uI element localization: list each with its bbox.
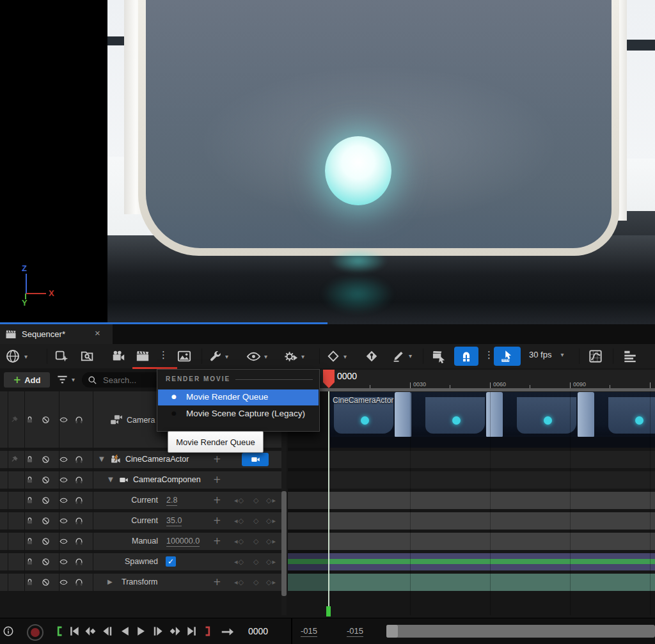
view-options-button[interactable]: [246, 349, 267, 364]
clapper-cursor-icon[interactable]: [432, 349, 446, 364]
next-key-icon[interactable]: [266, 537, 276, 546]
add-key-button[interactable]: [213, 516, 221, 525]
add-key-icon[interactable]: [253, 578, 259, 586]
timeline-area[interactable]: CineCameraActor: [288, 391, 655, 618]
sequencer-outliner-icon[interactable]: [623, 349, 637, 363]
auto-key-icon[interactable]: [365, 349, 379, 363]
info-icon[interactable]: [3, 625, 14, 637]
play-forward-button[interactable]: [135, 625, 148, 638]
timeline-scrollbar[interactable]: [386, 625, 655, 638]
mute-icon[interactable]: [42, 517, 50, 525]
add-track-button[interactable]: Add: [4, 372, 50, 388]
solo-headphones-icon[interactable]: [75, 578, 83, 586]
add-section-button[interactable]: [213, 455, 221, 464]
lock-icon[interactable]: [26, 517, 34, 525]
tab-sequencer[interactable]: Sequencer* ×: [0, 324, 113, 344]
mute-icon[interactable]: [42, 455, 50, 464]
next-key-icon[interactable]: [266, 496, 276, 505]
lock-icon[interactable]: [26, 476, 34, 484]
add-key-icon[interactable]: [253, 496, 259, 505]
prev-key-icon[interactable]: [234, 537, 244, 546]
transform-section[interactable]: [288, 574, 655, 591]
next-key-icon[interactable]: [266, 578, 276, 586]
next-keyframe-button[interactable]: [169, 625, 182, 638]
add-key-icon[interactable]: [253, 537, 259, 546]
loop-end-bracket-icon[interactable]: [201, 625, 214, 638]
eye-icon[interactable]: [59, 476, 68, 484]
track-value[interactable]: 35.0: [166, 516, 182, 526]
prev-key-icon[interactable]: [234, 496, 244, 505]
menu-item-movie-render-queue[interactable]: Movie Render Queue: [158, 389, 319, 405]
lock-icon[interactable]: [26, 558, 34, 566]
track-row-cameracomponent[interactable]: CameraComponen: [0, 471, 287, 489]
pin-icon[interactable]: [10, 455, 19, 464]
eye-icon[interactable]: [59, 517, 68, 525]
snap-toggle-button[interactable]: [454, 347, 478, 366]
edit-options-button[interactable]: [392, 349, 412, 363]
filter-button[interactable]: [56, 373, 75, 386]
solo-headphones-icon[interactable]: [75, 517, 83, 525]
add-key-button[interactable]: [213, 537, 221, 546]
play-backward-button[interactable]: [118, 625, 131, 638]
add-key-button[interactable]: [213, 577, 221, 586]
viewport[interactable]: Z X Y: [0, 0, 655, 324]
lock-icon[interactable]: [26, 496, 34, 505]
keyframe-options-button[interactable]: [326, 349, 347, 363]
snap-interval-button[interactable]: [494, 347, 521, 366]
lock-icon[interactable]: [26, 578, 34, 586]
render-options-dots-icon[interactable]: [159, 349, 168, 361]
playback-options-button[interactable]: [283, 349, 304, 364]
create-sequence-icon[interactable]: [54, 349, 68, 363]
to-start-button[interactable]: [68, 625, 81, 638]
eye-icon[interactable]: [59, 455, 68, 464]
tools-button[interactable]: [208, 349, 228, 363]
track-value[interactable]: 100000.0: [166, 537, 200, 547]
add-section-button[interactable]: [213, 475, 221, 484]
spawned-section[interactable]: [288, 553, 655, 570]
pin-icon[interactable]: [10, 416, 19, 424]
eye-icon[interactable]: [59, 416, 68, 424]
render-movie-icon[interactable]: [136, 349, 150, 363]
eye-icon[interactable]: [59, 578, 68, 586]
add-key-icon[interactable]: [253, 517, 259, 525]
track-row-current-focal[interactable]: Current 35.0: [0, 512, 287, 530]
mute-icon[interactable]: [42, 537, 50, 546]
add-key-button[interactable]: [213, 496, 221, 505]
browse-sequence-icon[interactable]: [81, 349, 95, 363]
eye-icon[interactable]: [59, 496, 68, 505]
mute-icon[interactable]: [42, 496, 50, 505]
mute-icon[interactable]: [42, 416, 50, 424]
solo-headphones-icon[interactable]: [75, 496, 83, 505]
timeline-scrollbar-grip[interactable]: [386, 625, 398, 638]
add-key-icon[interactable]: [253, 558, 259, 566]
solo-headphones-icon[interactable]: [75, 416, 83, 424]
track-row-cinecameraactor[interactable]: CineCameraActor: [0, 451, 287, 468]
spawned-checkbox[interactable]: [166, 556, 176, 567]
mute-icon[interactable]: [42, 578, 50, 586]
track-value[interactable]: 2.8: [166, 496, 177, 506]
prev-key-icon[interactable]: [234, 578, 244, 586]
step-forward-button[interactable]: [152, 625, 164, 638]
prev-key-icon[interactable]: [234, 517, 244, 525]
range-start-field[interactable]: -015: [301, 626, 317, 637]
solo-headphones-icon[interactable]: [75, 558, 83, 566]
expander-icon[interactable]: [108, 476, 113, 483]
snap-options-dots-icon[interactable]: [484, 349, 494, 361]
lock-icon[interactable]: [26, 537, 34, 546]
solo-headphones-icon[interactable]: [75, 476, 83, 484]
record-button[interactable]: [27, 624, 43, 641]
previous-keyframe-button[interactable]: [84, 625, 97, 638]
expander-collapsed-icon[interactable]: [107, 578, 113, 585]
current-frame-readout[interactable]: 0000: [248, 626, 268, 636]
to-end-button[interactable]: [185, 625, 198, 638]
world-button[interactable]: [5, 349, 28, 364]
curve-editor-icon[interactable]: [588, 349, 603, 363]
lock-icon[interactable]: [26, 416, 34, 424]
playhead-line[interactable]: [328, 391, 329, 609]
fps-dropdown[interactable]: 30 fps: [529, 350, 564, 359]
menu-item-movie-scene-capture[interactable]: Movie Scene Capture (Legacy): [158, 406, 319, 422]
solo-headphones-icon[interactable]: [75, 537, 83, 546]
track-row-current-aperture[interactable]: Current 2.8: [0, 492, 287, 509]
mute-icon[interactable]: [42, 558, 50, 566]
tab-close-button[interactable]: ×: [95, 327, 100, 338]
